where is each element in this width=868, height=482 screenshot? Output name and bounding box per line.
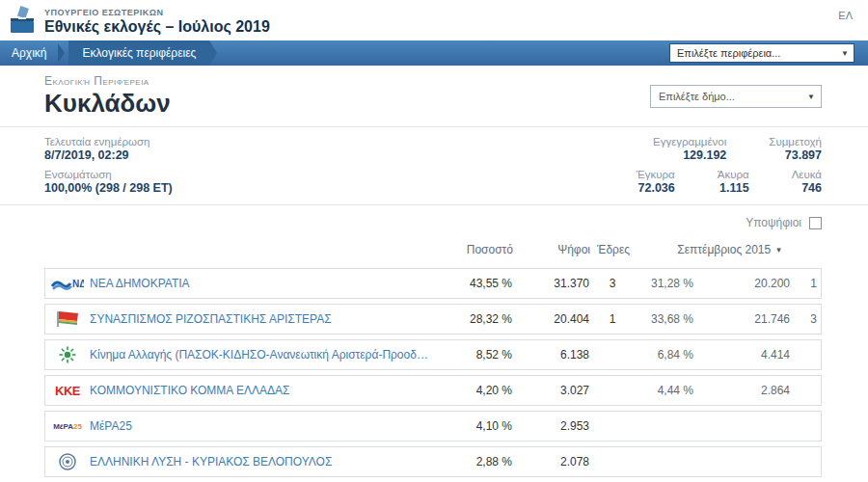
- prev-percent-cell: 31,28 %: [636, 277, 693, 290]
- candidates-checkbox[interactable]: [809, 217, 822, 229]
- table-row: ΝΔ ΝΕΑ ΔΗΜΟΚΡΑΤΙΑ 43,55 % 31.370 3 31,28…: [44, 268, 822, 299]
- votes-cell: 6.138: [512, 348, 589, 362]
- seats-cell: 3: [589, 277, 636, 290]
- syriza-flag-icon: [45, 310, 90, 328]
- participation-label: Συμμετοχή: [769, 136, 822, 147]
- chevron-down-icon: ▾: [776, 245, 781, 254]
- prev-percent-cell: 33,68 %: [636, 312, 693, 326]
- invalid-stat: Άκυρα 1.115: [718, 169, 749, 195]
- table-row: Κίνημα Αλλαγής (ΠΑΣΟΚ-ΚΙΔΗΣΟ-Ανανεωτική …: [44, 339, 822, 370]
- table-header: Ποσοστό Ψήφοι Έδρες Σεπτέμβριος 2015 ▾: [44, 235, 822, 268]
- region-select-value: Επιλέξτε περιφέρεια...: [677, 47, 780, 59]
- nd-waves-icon: ΝΔ: [45, 276, 90, 291]
- ministry-name: ΥΠΟΥΡΓΕΙΟ ΕΣΩΤΕΡΙΚΩΝ: [44, 8, 270, 17]
- blank-label: Λευκά: [792, 169, 822, 180]
- party-link[interactable]: ΝΕΑ ΔΗΜΟΚΡΑΤΙΑ: [90, 277, 429, 290]
- table-row: ΜέΡΑ25 ΜέΡΑ25 4,10 % 2.953: [44, 411, 822, 442]
- prev-votes-cell: 4.414: [693, 348, 790, 362]
- kinal-sun-icon: [45, 346, 90, 363]
- registered-value: 129.192: [653, 148, 726, 162]
- brand-text: ΥΠΟΥΡΓΕΙΟ ΕΣΩΤΕΡΙΚΩΝ Εθνικές εκλογές – Ι…: [44, 8, 270, 36]
- prev-percent-cell: 6,84 %: [636, 348, 693, 362]
- prev-percent-cell: 4,44 %: [636, 384, 693, 397]
- seats-cell: 1: [589, 312, 636, 326]
- valid-label: Έγκυρα: [637, 169, 675, 180]
- table-row: ΣΥΝΑΣΠΙΣΜΟΣ ΡΙΖΟΣΠΑΣΤΙΚΗΣ ΑΡΙΣΤΕΡΑΣ 28,3…: [44, 304, 822, 335]
- ballot-box-logo: [8, 6, 37, 37]
- blank-value: 746: [792, 181, 822, 195]
- table-row: ΚΚΕ ΚΟΜΜΟΥΝΙΣΤΙΚΟ ΚΟΜΜΑ ΕΛΛΑΔΑΣ 4,20 % 3…: [44, 375, 822, 406]
- election-results-page: ΥΠΟΥΡΓΕΙΟ ΕΣΩΤΕΡΙΚΩΝ Εθνικές εκλογές – Ι…: [0, 0, 868, 482]
- chevron-right-icon: [58, 43, 65, 63]
- percent-cell: 2,88 %: [429, 455, 512, 469]
- district-title-block: Εκλογική Περιφέρεια Κυκλάδων: [44, 74, 171, 119]
- integration-stat: Ενσωμάτωση 100,00% (298 / 298 ΕΤ): [44, 169, 173, 195]
- prev-votes-cell: 2.864: [693, 384, 790, 397]
- invalid-value: 1.115: [718, 181, 749, 195]
- chevron-down-icon: ▼: [841, 49, 849, 58]
- chevron-down-icon: ▼: [807, 93, 815, 101]
- language-toggle[interactable]: ΕΛ: [838, 10, 853, 21]
- header-votes: Ψήφοι: [513, 243, 590, 256]
- votes-cell: 20.404: [512, 312, 589, 326]
- district-label: Εκλογική Περιφέρεια: [44, 74, 171, 88]
- breadcrumb-section-link[interactable]: Εκλογικές περιφέρειες: [68, 40, 209, 66]
- blank-stat: Λευκά 746: [792, 169, 822, 195]
- results-table: Ποσοστό Ψήφοι Έδρες Σεπτέμβριος 2015 ▾ Ν…: [0, 235, 868, 477]
- valid-stat: Έγκυρα 72.036: [637, 169, 675, 195]
- party-link[interactable]: ΚΟΜΜΟΥΝΙΣΤΙΚΟ ΚΟΜΜΑ ΕΛΛΑΔΑΣ: [90, 384, 429, 397]
- comparison-select[interactable]: Σεπτέμβριος 2015 ▾: [637, 243, 822, 256]
- kke-icon: ΚΚΕ: [45, 384, 90, 398]
- registered-label: Εγγεγραμμένοι: [653, 136, 726, 147]
- site-header: ΥΠΟΥΡΓΕΙΟ ΕΣΩΤΕΡΙΚΩΝ Εθνικές εκλογές – Ι…: [0, 0, 868, 40]
- prev-seats-cell: 3: [790, 312, 821, 326]
- party-link[interactable]: Κίνημα Αλλαγής (ΠΑΣΟΚ-ΚΙΔΗΣΟ-Ανανεωτική …: [90, 348, 429, 362]
- votes-cell: 2.953: [512, 419, 589, 433]
- participation-stat: Συμμετοχή 73.897: [769, 136, 822, 162]
- registered-stat: Εγγεγραμμένοι 129.192: [653, 136, 726, 162]
- invalid-label: Άκυρα: [718, 169, 749, 180]
- percent-cell: 28,32 %: [429, 312, 512, 326]
- percent-cell: 4,20 %: [429, 384, 512, 397]
- candidates-label: Υποψήφιοι: [746, 216, 801, 229]
- elliniki-lysi-icon: [45, 453, 90, 470]
- candidates-toggle: Υποψήφιοι: [0, 205, 868, 235]
- mera25-icon: ΜέΡΑ25: [45, 422, 90, 431]
- header-percent: Ποσοστό: [430, 243, 513, 256]
- table-row: ΕΛΛΗΝΙΚΗ ΛΥΣΗ - ΚΥΡΙΑΚΟΣ ΒΕΛΟΠΟΥΛΟΣ 2,88…: [44, 446, 822, 477]
- comparison-select-value: Σεπτέμβριος 2015: [677, 243, 771, 256]
- site-title: Εθνικές εκλογές – Ιούλιος 2019: [44, 18, 270, 36]
- brand: ΥΠΟΥΡΓΕΙΟ ΕΣΩΤΕΡΙΚΩΝ Εθνικές εκλογές – Ι…: [8, 6, 270, 37]
- votes-cell: 3.027: [512, 384, 589, 397]
- prev-votes-cell: 21.746: [693, 312, 790, 326]
- percent-cell: 8,52 %: [429, 348, 512, 362]
- party-link[interactable]: ΣΥΝΑΣΠΙΣΜΟΣ ΡΙΖΟΣΠΑΣΤΙΚΗΣ ΑΡΙΣΤΕΡΑΣ: [90, 312, 429, 326]
- integration-label: Ενσωμάτωση: [44, 169, 173, 180]
- stats-band-2: Ενσωμάτωση 100,00% (298 / 298 ΕΤ) Έγκυρα…: [44, 169, 822, 195]
- last-update-label: Τελευταία ενημέρωση: [44, 136, 150, 147]
- percent-cell: 4,10 %: [429, 419, 512, 433]
- stats-band-1-right: Εγγεγραμμένοι 129.192 Συμμετοχή 73.897: [653, 136, 822, 162]
- municipality-select[interactable]: Επιλέξτε δήμο... ▼: [650, 85, 822, 108]
- votes-cell: 31.370: [512, 277, 589, 290]
- percent-cell: 43,55 %: [429, 277, 512, 290]
- stats-band-2-right: Έγκυρα 72.036 Άκυρα 1.115 Λευκά 746: [637, 169, 822, 195]
- valid-value: 72.036: [637, 181, 675, 195]
- prev-seats-cell: 1: [790, 277, 821, 290]
- svg-text:ΝΔ: ΝΔ: [72, 279, 84, 289]
- district-header: Εκλογική Περιφέρεια Κυκλάδων Επιλέξτε δή…: [0, 66, 868, 126]
- party-link[interactable]: ΕΛΛΗΝΙΚΗ ΛΥΣΗ - ΚΥΡΙΑΚΟΣ ΒΕΛΟΠΟΥΛΟΣ: [90, 455, 429, 469]
- breadcrumb-home-link[interactable]: Αρχική: [0, 40, 58, 66]
- breadcrumb: Αρχική Εκλογικές περιφέρειες Επιλέξτε πε…: [0, 40, 868, 66]
- header-seats: Έδρες: [590, 243, 637, 256]
- region-select[interactable]: Επιλέξτε περιφέρεια... ▼: [669, 43, 854, 63]
- prev-votes-cell: 20.200: [693, 277, 790, 290]
- stats-panel: Τελευταία ενημέρωση 8/7/2019, 02:29 Εγγε…: [0, 126, 868, 205]
- last-update-stat: Τελευταία ενημέρωση 8/7/2019, 02:29: [44, 136, 150, 162]
- participation-value: 73.897: [769, 148, 822, 162]
- page-title: Κυκλάδων: [44, 89, 171, 119]
- stats-band-1: Τελευταία ενημέρωση 8/7/2019, 02:29 Εγγε…: [44, 136, 822, 162]
- party-link[interactable]: ΜέΡΑ25: [90, 419, 429, 433]
- integration-value: 100,00% (298 / 298 ΕΤ): [44, 181, 173, 195]
- municipality-select-value: Επιλέξτε δήμο...: [659, 91, 735, 102]
